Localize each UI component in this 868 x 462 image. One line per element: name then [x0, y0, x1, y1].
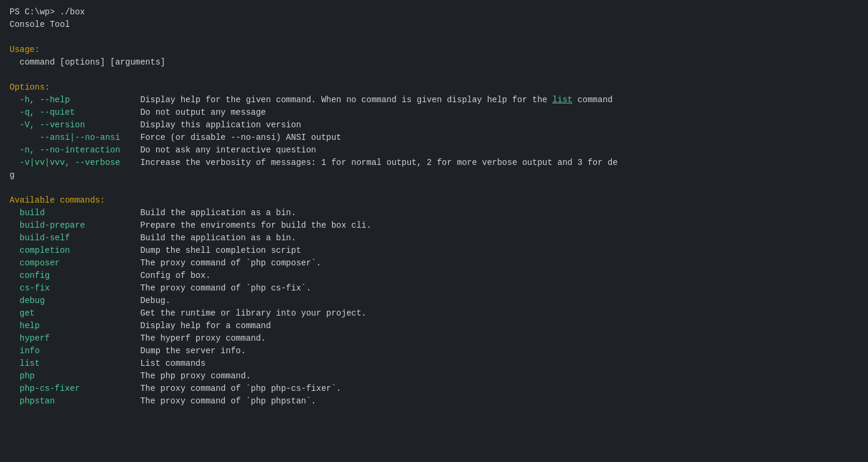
commands-header: Available commands: — [10, 195, 105, 205]
option-flag-no-interaction: -n, --no-interaction — [20, 145, 120, 155]
cmd-php-cs-fixer: php-cs-fixer — [20, 384, 80, 393]
cmd-composer: composer — [20, 258, 60, 268]
option-flag-help: -h, --help — [20, 95, 70, 105]
option-flag-ansi: --ansi|--no-ansi — [39, 133, 120, 142]
cmd-help: help — [20, 321, 40, 331]
cmd-hyperf: hyperf — [20, 334, 50, 343]
cmd-get: get — [20, 308, 35, 318]
usage-content: command [options] [arguments] — [10, 57, 165, 67]
cmd-config: config — [20, 271, 50, 280]
cmd-php: php — [20, 371, 35, 381]
usage-header: Usage: — [10, 45, 39, 54]
option-link-list[interactable]: list — [552, 95, 572, 105]
cmd-debug: debug — [20, 296, 45, 305]
cmd-list: list — [20, 359, 40, 368]
cmd-build-prepare: build-prepare — [20, 221, 85, 230]
cmd-info: info — [20, 346, 40, 356]
option-flag-version: -V, --version — [20, 120, 85, 130]
cmd-cs-fix: cs-fix — [20, 283, 50, 293]
prompt-line: PS C:\wp> ./box — [10, 7, 85, 17]
app-name: Console Tool — [10, 20, 70, 29]
cmd-phpstan: phpstan — [20, 396, 55, 406]
cmd-build: build — [20, 208, 45, 218]
options-header: Options: — [10, 82, 50, 92]
option-flag-quiet: -q, --quiet — [20, 108, 75, 117]
terminal-output: PS C:\wp> ./box Console Tool Usage: comm… — [10, 6, 858, 408]
cmd-build-self: build-self — [20, 233, 70, 243]
option-flag-verbose: -v|vv|vvv, --verbose — [20, 158, 120, 167]
cmd-completion: completion — [20, 246, 70, 255]
